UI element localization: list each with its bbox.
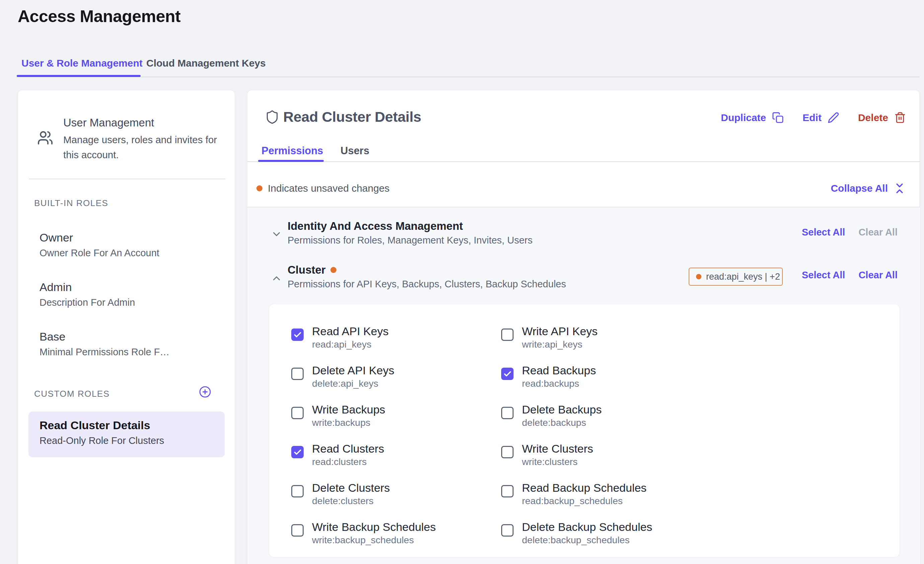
unsaved-permissions-badge: read:api_keys | +2 xyxy=(688,268,783,286)
user-management-title: User Management xyxy=(63,117,154,129)
checkbox-unchecked[interactable] xyxy=(291,524,304,537)
checkbox-unchecked[interactable] xyxy=(501,446,513,458)
role-name: Admin xyxy=(39,280,135,294)
unsaved-note-text: Indicates unsaved changes xyxy=(268,183,390,194)
permission-delete-backup-schedules[interactable]: Delete Backup Schedulesdelete:backup_sch… xyxy=(501,516,880,555)
sidebar-item-base[interactable]: Base Minimal Permissions Role F… xyxy=(39,330,170,358)
tab-permissions[interactable]: Permissions xyxy=(261,145,323,157)
permission-delete-api-keys[interactable]: Delete API Keysdelete:api_keys xyxy=(291,359,501,398)
tab-user-role-management[interactable]: User & Role Management xyxy=(21,57,142,70)
permission-read-api-keys[interactable]: Read API Keysread:api_keys xyxy=(291,320,501,359)
edit-button[interactable]: Edit xyxy=(802,112,839,123)
checkbox-checked[interactable] xyxy=(291,329,304,341)
permission-code: write:backup_schedules xyxy=(312,534,436,546)
shield-icon xyxy=(265,110,279,124)
unsaved-changes-note: Indicates unsaved changes xyxy=(256,183,390,194)
role-description: Owner Role For An Account xyxy=(39,247,159,259)
add-custom-role-button[interactable] xyxy=(199,386,211,398)
permission-write-backup-schedules[interactable]: Write Backup Scheduleswrite:backup_sched… xyxy=(291,516,501,555)
tab-bar-divider xyxy=(17,76,920,77)
permission-code: write:backups xyxy=(312,417,386,428)
checkbox-checked[interactable] xyxy=(501,368,513,380)
edit-label: Edit xyxy=(802,112,822,123)
permission-label: Write Clusters xyxy=(522,442,593,455)
permission-code: write:clusters xyxy=(522,456,593,467)
permission-code: delete:backup_schedules xyxy=(522,534,652,546)
permission-label: Read Backups xyxy=(522,364,596,377)
section-cluster-header[interactable]: Cluster Permissions for API Keys, Backup… xyxy=(288,263,566,290)
collapse-all-button[interactable]: Collapse All xyxy=(831,182,906,195)
active-tab-indicator xyxy=(17,75,141,77)
role-description: Minimal Permissions Role F… xyxy=(39,346,170,358)
permission-delete-clusters[interactable]: Delete Clustersdelete:clusters xyxy=(291,476,501,516)
roles-sidebar: User Management Manage users, roles and … xyxy=(18,90,235,564)
checkbox-unchecked[interactable] xyxy=(501,329,513,341)
permission-label: Read Backup Schedules xyxy=(522,481,646,494)
checkbox-unchecked[interactable] xyxy=(501,524,513,537)
permission-label: Read Clusters xyxy=(312,442,384,455)
permission-read-backup-schedules[interactable]: Read Backup Schedulesread:backup_schedul… xyxy=(501,476,880,516)
delete-label: Delete xyxy=(858,112,888,123)
permission-code: write:api_keys xyxy=(522,339,598,350)
custom-roles-label: CUSTOM ROLES xyxy=(34,389,110,399)
section-title: Cluster xyxy=(288,263,326,277)
checkbox-unchecked[interactable] xyxy=(291,407,304,419)
select-all-link[interactable]: Select All xyxy=(802,269,845,281)
permission-code: delete:clusters xyxy=(312,495,390,506)
sidebar-item-admin[interactable]: Admin Description For Admin xyxy=(39,280,135,308)
collapse-all-label: Collapse All xyxy=(831,183,888,194)
pencil-icon xyxy=(828,112,839,123)
permission-label: Write Backups xyxy=(312,403,386,416)
unsaved-badge-text: read:api_keys | +2 xyxy=(706,272,780,282)
permission-code: delete:api_keys xyxy=(312,378,394,389)
permission-read-clusters[interactable]: Read Clustersread:clusters xyxy=(291,437,501,476)
active-detail-tab-indicator xyxy=(258,160,324,162)
unsaved-dot-icon xyxy=(696,274,701,279)
role-actions: Duplicate Edit Delete xyxy=(721,112,906,123)
sidebar-item-owner[interactable]: Owner Owner Role For An Account xyxy=(39,231,159,259)
section-iam-links: Select All Clear All xyxy=(802,227,897,238)
permission-sections: Identity And Access Management Permissio… xyxy=(248,207,920,564)
user-management-description: Manage users, roles and invites for this… xyxy=(63,132,224,162)
permission-label: Delete API Keys xyxy=(312,364,394,377)
permission-label: Delete Backup Schedules xyxy=(522,520,652,534)
detail-tab-divider xyxy=(248,161,920,162)
permission-code: read:api_keys xyxy=(312,339,388,350)
duplicate-button[interactable]: Duplicate xyxy=(721,112,784,123)
clear-all-link[interactable]: Clear All xyxy=(858,269,897,281)
section-subtitle: Permissions for Roles, Management Keys, … xyxy=(288,235,532,246)
delete-button[interactable]: Delete xyxy=(858,112,906,123)
role-description: Description For Admin xyxy=(39,297,135,308)
permission-read-backups[interactable]: Read Backupsread:backups xyxy=(501,359,880,398)
sidebar-divider xyxy=(29,179,225,179)
checkbox-unchecked[interactable] xyxy=(501,485,513,497)
chevron-down-icon[interactable] xyxy=(271,229,282,240)
section-title: Identity And Access Management xyxy=(288,220,463,233)
checkbox-unchecked[interactable] xyxy=(291,485,304,497)
section-cluster-links: Select All Clear All xyxy=(802,269,897,281)
checkbox-unchecked[interactable] xyxy=(501,407,513,419)
users-icon xyxy=(37,130,53,146)
permission-write-clusters[interactable]: Write Clusterswrite:clusters xyxy=(501,437,880,476)
chevrons-collapse-icon xyxy=(893,182,906,195)
section-subtitle: Permissions for API Keys, Backups, Clust… xyxy=(288,278,566,290)
role-detail-title: Read Cluster Details xyxy=(283,109,421,125)
tab-cloud-management-keys[interactable]: Cloud Management Keys xyxy=(146,57,266,70)
sidebar-item-read-cluster-details[interactable]: Read Cluster Details Read-Only Role For … xyxy=(28,411,225,457)
role-detail-panel: Read Cluster Details Duplicate Edit xyxy=(247,90,920,564)
permission-code: read:backups xyxy=(522,378,596,389)
tab-users[interactable]: Users xyxy=(340,145,369,157)
section-iam-header[interactable]: Identity And Access Management Permissio… xyxy=(288,220,532,246)
permissions-grid: Read API Keysread:api_keys Write API Key… xyxy=(291,320,880,555)
page-title: Access Management xyxy=(18,7,180,26)
permission-delete-backups[interactable]: Delete Backupsdelete:backups xyxy=(501,398,880,437)
checkbox-unchecked[interactable] xyxy=(291,368,304,380)
chevron-up-icon[interactable] xyxy=(271,273,282,284)
role-name: Read Cluster Details xyxy=(39,419,150,432)
checkbox-checked[interactable] xyxy=(291,446,304,458)
permission-write-backups[interactable]: Write Backupswrite:backups xyxy=(291,398,501,437)
select-all-link[interactable]: Select All xyxy=(802,227,845,238)
cluster-permissions-card: Read API Keysread:api_keys Write API Key… xyxy=(269,304,900,557)
permission-write-api-keys[interactable]: Write API Keyswrite:api_keys xyxy=(501,320,880,359)
permission-label: Delete Backups xyxy=(522,403,602,416)
